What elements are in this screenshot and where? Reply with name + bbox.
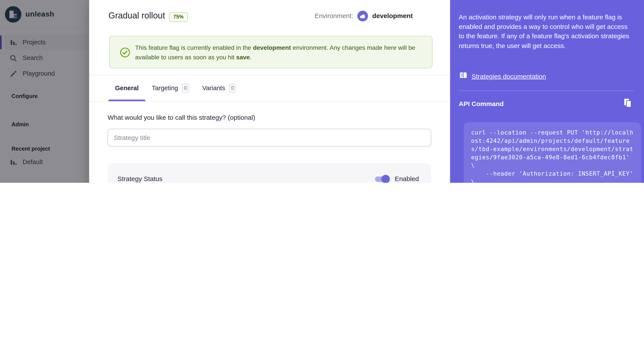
strategy-title-input[interactable] [108, 129, 431, 146]
api-command-title: API Command [459, 100, 504, 108]
tab-bar: General Targeting 0 Variants 0 [108, 75, 243, 101]
strategy-description: An activation strategy will only run whe… [459, 12, 633, 51]
rollout-percentage-badge: 75% [169, 12, 188, 22]
api-command-block: curl --location --request PUT 'http://lo… [464, 122, 641, 183]
environment-label: Environment: [314, 12, 353, 20]
tab-variants[interactable]: Variants 0 [196, 75, 243, 101]
tab-targeting[interactable]: Targeting 0 [146, 75, 196, 101]
panel-divider [459, 90, 634, 91]
modal-title: Gradual rollout [108, 11, 165, 21]
tab-general[interactable]: General [108, 75, 146, 101]
variants-count-badge: 0 [229, 83, 236, 93]
tabs-divider [89, 101, 450, 102]
strategy-help-panel: An activation strategy will only run whe… [450, 0, 644, 183]
book-icon [459, 72, 468, 81]
environment-value: development [372, 12, 413, 20]
cloud-icon [357, 11, 368, 21]
status-toggle[interactable] [374, 174, 390, 183]
alert-text: This feature flag is currently enabled i… [135, 43, 425, 62]
enabled-info-alert: This feature flag is currently enabled i… [109, 36, 433, 68]
status-state-label: Enabled [395, 175, 419, 182]
strategies-documentation-link[interactable]: Strategies documentation [472, 73, 546, 80]
copy-icon[interactable] [624, 98, 632, 110]
strategy-status-label: Strategy Status [118, 175, 162, 182]
strategy-modal: Gradual rollout 75% Environment: develop… [89, 0, 450, 183]
strategy-status-panel: Strategy Status Enabled [108, 163, 431, 183]
api-command-text: curl --location --request PUT 'http://lo… [471, 128, 634, 183]
targeting-count-badge: 0 [182, 83, 189, 93]
check-circle-icon [120, 47, 130, 60]
active-tab-underline [108, 100, 146, 101]
app-window: unleash Projects Search Playground [0, 0, 644, 183]
strategy-title-question: What would you like to call this strateg… [108, 114, 255, 121]
